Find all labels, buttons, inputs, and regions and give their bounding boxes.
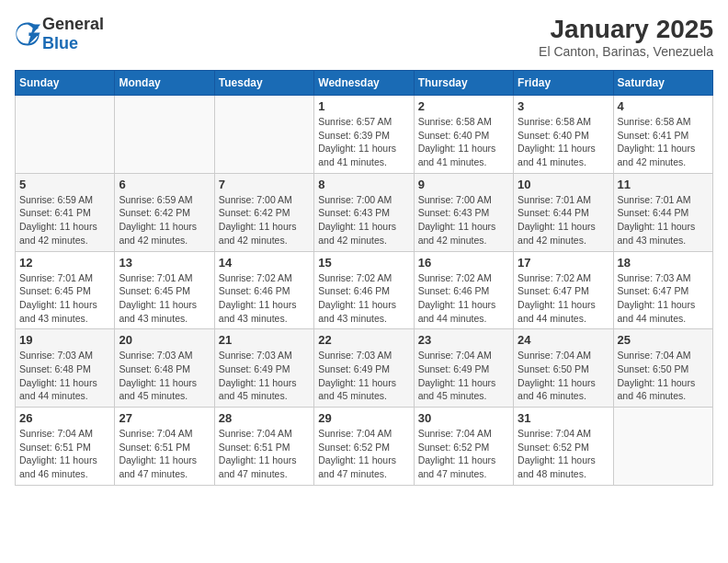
- day-info: Sunrise: 7:04 AMSunset: 6:52 PMDaylight:…: [518, 427, 609, 481]
- day-info: Sunrise: 7:03 AMSunset: 6:49 PMDaylight:…: [219, 349, 310, 403]
- day-number: 27: [119, 411, 210, 425]
- day-number: 17: [518, 256, 609, 270]
- calendar-cell: 2Sunrise: 6:58 AMSunset: 6:40 PMDaylight…: [414, 96, 513, 174]
- day-info: Sunrise: 7:04 AMSunset: 6:52 PMDaylight:…: [418, 427, 509, 481]
- day-info: Sunrise: 6:58 AMSunset: 6:41 PMDaylight:…: [618, 115, 709, 169]
- day-info: Sunrise: 7:01 AMSunset: 6:45 PMDaylight:…: [119, 271, 210, 326]
- day-number: 7: [219, 178, 310, 191]
- day-info: Sunrise: 7:04 AMSunset: 6:50 PMDaylight:…: [518, 349, 609, 403]
- day-info: Sunrise: 7:04 AMSunset: 6:50 PMDaylight:…: [618, 349, 709, 403]
- day-info: Sunrise: 7:02 AMSunset: 6:46 PMDaylight:…: [418, 271, 509, 326]
- day-info: Sunrise: 7:04 AMSunset: 6:51 PMDaylight:…: [219, 427, 310, 481]
- calendar-cell: 26Sunrise: 7:04 AMSunset: 6:51 PMDayligh…: [16, 408, 115, 486]
- week-row-5: 26Sunrise: 7:04 AMSunset: 6:51 PMDayligh…: [16, 408, 713, 486]
- day-number: 26: [19, 411, 110, 425]
- day-info: Sunrise: 6:57 AMSunset: 6:39 PMDaylight:…: [318, 115, 409, 169]
- day-number: 28: [219, 411, 310, 425]
- calendar-cell: 1Sunrise: 6:57 AMSunset: 6:39 PMDaylight…: [314, 96, 414, 174]
- calendar-cell: 6Sunrise: 6:59 AMSunset: 6:42 PMDaylight…: [115, 173, 214, 251]
- day-info: Sunrise: 7:00 AMSunset: 6:42 PMDaylight:…: [219, 193, 310, 247]
- day-info: Sunrise: 7:03 AMSunset: 6:48 PMDaylight:…: [119, 349, 210, 403]
- day-info: Sunrise: 6:58 AMSunset: 6:40 PMDaylight:…: [418, 115, 509, 169]
- day-number: 29: [318, 411, 409, 425]
- calendar-cell: 27Sunrise: 7:04 AMSunset: 6:51 PMDayligh…: [115, 408, 214, 486]
- day-info: Sunrise: 7:02 AMSunset: 6:46 PMDaylight:…: [318, 271, 409, 326]
- weekday-header-thursday: Thursday: [414, 71, 513, 96]
- weekday-header-monday: Monday: [115, 71, 214, 96]
- calendar-cell: 24Sunrise: 7:04 AMSunset: 6:50 PMDayligh…: [514, 329, 613, 408]
- calendar-cell: [613, 408, 712, 486]
- day-number: 21: [219, 333, 310, 347]
- day-info: Sunrise: 6:59 AMSunset: 6:42 PMDaylight:…: [119, 193, 210, 247]
- logo: General Blue: [15, 15, 104, 53]
- week-row-1: 1Sunrise: 6:57 AMSunset: 6:39 PMDaylight…: [16, 96, 713, 174]
- day-info: Sunrise: 7:03 AMSunset: 6:47 PMDaylight:…: [618, 271, 709, 326]
- day-number: 8: [318, 178, 409, 191]
- weekday-header-tuesday: Tuesday: [214, 71, 313, 96]
- calendar-cell: 31Sunrise: 7:04 AMSunset: 6:52 PMDayligh…: [514, 408, 613, 486]
- week-row-4: 19Sunrise: 7:03 AMSunset: 6:48 PMDayligh…: [16, 329, 713, 408]
- week-row-2: 5Sunrise: 6:59 AMSunset: 6:41 PMDaylight…: [16, 173, 713, 251]
- day-info: Sunrise: 7:00 AMSunset: 6:43 PMDaylight:…: [418, 193, 509, 247]
- calendar-cell: 29Sunrise: 7:04 AMSunset: 6:52 PMDayligh…: [314, 408, 414, 486]
- weekday-header-friday: Friday: [514, 71, 613, 96]
- day-number: 15: [318, 256, 409, 270]
- logo-general: General: [42, 15, 104, 33]
- day-number: 23: [418, 333, 509, 347]
- calendar-cell: 15Sunrise: 7:02 AMSunset: 6:46 PMDayligh…: [314, 251, 414, 329]
- day-number: 6: [119, 178, 210, 191]
- day-number: 11: [618, 178, 709, 191]
- day-info: Sunrise: 7:00 AMSunset: 6:43 PMDaylight:…: [318, 193, 409, 247]
- calendar-cell: 4Sunrise: 6:58 AMSunset: 6:41 PMDaylight…: [613, 96, 712, 174]
- calendar-cell: 10Sunrise: 7:01 AMSunset: 6:44 PMDayligh…: [514, 173, 613, 251]
- day-info: Sunrise: 7:02 AMSunset: 6:46 PMDaylight:…: [219, 271, 310, 326]
- page-header: General Blue January 2025 El Canton, Bar…: [15, 15, 713, 59]
- day-number: 20: [119, 333, 210, 347]
- day-info: Sunrise: 7:04 AMSunset: 6:52 PMDaylight:…: [318, 427, 409, 481]
- day-number: 2: [418, 99, 509, 113]
- calendar-cell: 25Sunrise: 7:04 AMSunset: 6:50 PMDayligh…: [613, 329, 712, 408]
- weekday-header-row: SundayMondayTuesdayWednesdayThursdayFrid…: [16, 71, 713, 96]
- calendar-cell: 11Sunrise: 7:01 AMSunset: 6:44 PMDayligh…: [613, 173, 712, 251]
- weekday-header-wednesday: Wednesday: [314, 71, 414, 96]
- weekday-header-saturday: Saturday: [613, 71, 712, 96]
- calendar-cell: 17Sunrise: 7:02 AMSunset: 6:47 PMDayligh…: [514, 251, 613, 329]
- day-info: Sunrise: 6:58 AMSunset: 6:40 PMDaylight:…: [518, 115, 609, 169]
- calendar-cell: 3Sunrise: 6:58 AMSunset: 6:40 PMDaylight…: [514, 96, 613, 174]
- day-number: 13: [119, 256, 210, 270]
- day-number: 10: [518, 178, 609, 191]
- calendar-cell: [115, 96, 214, 174]
- calendar-cell: 30Sunrise: 7:04 AMSunset: 6:52 PMDayligh…: [414, 408, 513, 486]
- day-number: 1: [318, 99, 409, 113]
- day-info: Sunrise: 6:59 AMSunset: 6:41 PMDaylight:…: [19, 193, 110, 247]
- day-number: 5: [19, 178, 110, 191]
- calendar-cell: 13Sunrise: 7:01 AMSunset: 6:45 PMDayligh…: [115, 251, 214, 329]
- calendar-subtitle: El Canton, Barinas, Venezuela: [539, 44, 713, 59]
- day-info: Sunrise: 7:03 AMSunset: 6:49 PMDaylight:…: [318, 349, 409, 403]
- calendar-cell: 14Sunrise: 7:02 AMSunset: 6:46 PMDayligh…: [214, 251, 313, 329]
- calendar-cell: 23Sunrise: 7:04 AMSunset: 6:49 PMDayligh…: [414, 329, 513, 408]
- day-number: 25: [618, 333, 709, 347]
- logo-icon: [15, 21, 40, 47]
- day-info: Sunrise: 7:01 AMSunset: 6:45 PMDaylight:…: [19, 271, 110, 326]
- day-info: Sunrise: 7:04 AMSunset: 6:49 PMDaylight:…: [418, 349, 509, 403]
- calendar-cell: [16, 96, 115, 174]
- day-number: 4: [618, 99, 709, 113]
- day-info: Sunrise: 7:02 AMSunset: 6:47 PMDaylight:…: [518, 271, 609, 326]
- day-number: 31: [518, 411, 609, 425]
- calendar-cell: 12Sunrise: 7:01 AMSunset: 6:45 PMDayligh…: [16, 251, 115, 329]
- calendar-cell: 7Sunrise: 7:00 AMSunset: 6:42 PMDaylight…: [214, 173, 313, 251]
- calendar-cell: 8Sunrise: 7:00 AMSunset: 6:43 PMDaylight…: [314, 173, 414, 251]
- title-area: January 2025 El Canton, Barinas, Venezue…: [539, 15, 713, 59]
- week-row-3: 12Sunrise: 7:01 AMSunset: 6:45 PMDayligh…: [16, 251, 713, 329]
- day-number: 12: [19, 256, 110, 270]
- calendar-cell: 5Sunrise: 6:59 AMSunset: 6:41 PMDaylight…: [16, 173, 115, 251]
- calendar-cell: 20Sunrise: 7:03 AMSunset: 6:48 PMDayligh…: [115, 329, 214, 408]
- calendar-cell: [214, 96, 313, 174]
- day-number: 9: [418, 178, 509, 191]
- calendar-title: January 2025: [539, 15, 713, 44]
- day-info: Sunrise: 7:04 AMSunset: 6:51 PMDaylight:…: [19, 427, 110, 481]
- day-number: 14: [219, 256, 310, 270]
- day-info: Sunrise: 7:01 AMSunset: 6:44 PMDaylight:…: [618, 193, 709, 247]
- logo-blue: Blue: [42, 34, 78, 52]
